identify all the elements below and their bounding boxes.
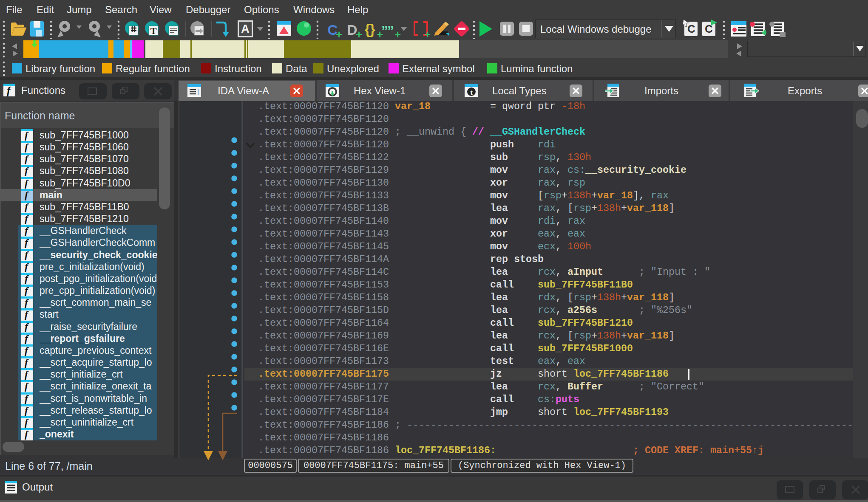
svg-text:T: T [150, 25, 157, 36]
svg-text:t: t [470, 88, 473, 96]
